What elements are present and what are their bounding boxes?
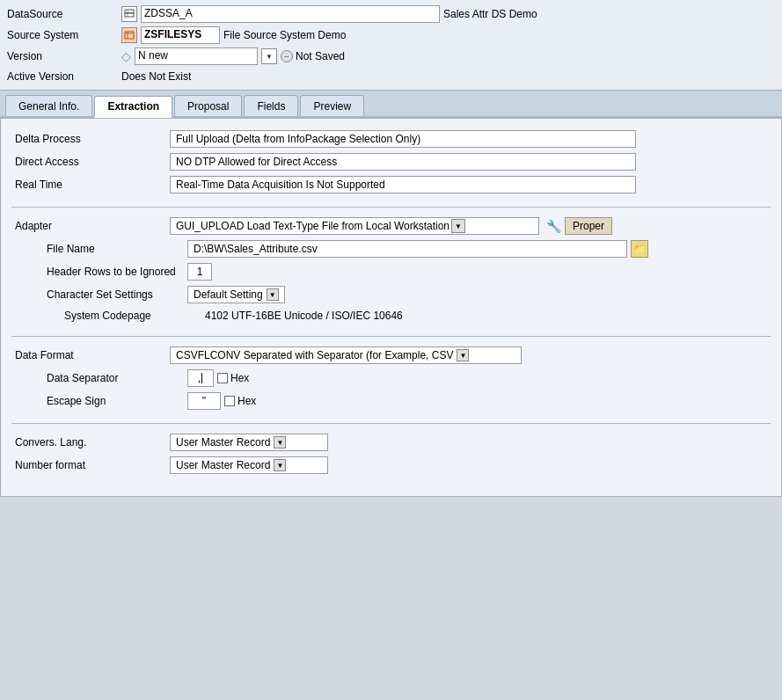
data-separator-row: Data Separator , Hex (29, 367, 771, 390)
separator-3 (11, 423, 771, 424)
adapter-section: Adapter GUI_UPLOAD Load Text-Type File f… (11, 215, 771, 325)
convers-lang-row: Convers. Lang. User Master Record ▼ (11, 431, 771, 454)
delta-section: Delta Process Full Upload (Delta from In… (11, 128, 771, 196)
source-system-description: File Source System Demo (223, 29, 346, 41)
active-version-value-group: Does Not Exist (121, 70, 191, 83)
separator-2 (11, 336, 771, 337)
datasource-value-group: ZDSSA_A Sales Attr DS Demo (121, 5, 537, 23)
version-row: Version ◇ N new ▼ − Not Saved (7, 46, 775, 67)
svg-rect-1 (125, 13, 134, 17)
data-separator-hex-checkbox[interactable] (217, 373, 228, 383)
datasource-icon[interactable] (121, 6, 137, 22)
direct-access-value-group: NO DTP Allowed for Direct Access (170, 153, 771, 171)
source-system-row: Source System ZSFILESYS File Source Syst… (7, 25, 775, 46)
adapter-value-group: GUI_UPLOAD Load Text-Type File from Loca… (170, 217, 771, 235)
convers-lang-dropdown[interactable]: User Master Record ▼ (170, 434, 328, 451)
delta-process-label: Delta Process (11, 133, 170, 145)
data-format-label: Data Format (11, 349, 170, 361)
header-rows-input[interactable]: 1 (187, 263, 212, 281)
cursor-bar (201, 373, 202, 383)
file-browse-icon[interactable]: 📁 (631, 240, 648, 258)
datasource-label: DataSource (7, 8, 121, 20)
file-name-label: File Name (29, 243, 187, 255)
file-name-value-group: D:\BW\Sales_Attribute.csv 📁 (187, 240, 771, 258)
escape-sign-row: Escape Sign " Hex (29, 390, 771, 412)
separator-1 (11, 207, 771, 208)
active-version-value: Does Not Exist (121, 70, 191, 83)
escape-sign-input[interactable]: " (187, 392, 221, 410)
header-rows-row: Header Rows to be Ignored 1 (29, 260, 771, 283)
data-separator-label: Data Separator (29, 372, 187, 384)
datasource-description: Sales Attr DS Demo (443, 8, 537, 20)
number-format-dropdown[interactable]: User Master Record ▼ (170, 456, 328, 474)
content-area: Delta Process Full Upload (Delta from In… (0, 118, 782, 497)
escape-sign-label: Escape Sign (29, 395, 187, 407)
data-format-value-group: CSVFLCONV Separated with Separator (for … (170, 346, 771, 364)
adapter-value: GUI_UPLOAD Load Text-Type File from Loca… (170, 217, 539, 235)
source-system-value-group: ZSFILESYS File Source System Demo (121, 26, 346, 44)
header-section: DataSource ZDSSA_A Sales Attr DS Demo So… (0, 0, 782, 91)
charset-dropdown-icon[interactable]: ▼ (267, 288, 279, 301)
version-diamond-icon: ◇ (121, 49, 131, 63)
source-system-input[interactable]: ZSFILESYS (141, 26, 220, 44)
charset-dropdown[interactable]: Default Setting ▼ (187, 286, 285, 303)
number-format-value-group: User Master Record ▼ (170, 456, 771, 474)
escape-sign-value-group: " Hex (187, 392, 771, 410)
delta-process-value: Full Upload (Delta from InfoPackage Sele… (170, 130, 636, 148)
charset-label: Character Set Settings (29, 288, 187, 301)
direct-access-row: Direct Access NO DTP Allowed for Direct … (11, 150, 771, 173)
header-rows-value-group: 1 (187, 263, 771, 281)
data-separator-hex-group: Hex (217, 372, 249, 384)
file-name-input[interactable]: D:\BW\Sales_Attribute.csv (187, 240, 627, 258)
data-format-row: Data Format CSVFLCONV Separated with Sep… (11, 344, 771, 367)
real-time-value: Real-Time Data Acquisition Is Not Suppor… (170, 176, 636, 193)
not-saved-text: Not Saved (296, 50, 345, 62)
data-format-section: Data Format CSVFLCONV Separated with Sep… (11, 344, 771, 412)
number-format-label: Number format (11, 459, 170, 471)
real-time-label: Real Time (11, 179, 170, 191)
real-time-value-group: Real-Time Data Acquisition Is Not Suppor… (170, 176, 771, 193)
svg-rect-3 (125, 32, 134, 39)
svg-rect-0 (125, 10, 134, 13)
tab-fields[interactable]: Fields (244, 95, 298, 116)
convers-lang-dropdown-icon[interactable]: ▼ (274, 436, 286, 448)
active-version-row: Active Version Does Not Exist (7, 67, 775, 86)
version-dropdown-icon[interactable]: ▼ (261, 48, 277, 64)
version-value-group: ◇ N new ▼ − Not Saved (121, 47, 345, 65)
version-input[interactable]: N new (135, 47, 258, 65)
wrench-icon[interactable]: 🔧 (546, 219, 561, 233)
number-format-dropdown-icon[interactable]: ▼ (274, 459, 286, 471)
source-system-icon[interactable] (121, 27, 137, 43)
active-version-label: Active Version (7, 70, 121, 83)
real-time-row: Real Time Real-Time Data Acquisition Is … (11, 173, 771, 196)
convers-lang-label: Convers. Lang. (11, 436, 170, 448)
tabs-bar: General Info. Extraction Proposal Fields… (0, 91, 782, 118)
codepage-row: System Codepage 4102 UTF-16BE Unicode / … (47, 306, 771, 325)
tab-extraction[interactable]: Extraction (94, 96, 172, 118)
not-saved-icon: − (281, 50, 293, 62)
delta-process-row: Delta Process Full Upload (Delta from In… (11, 128, 771, 150)
data-separator-hex-label: Hex (230, 372, 249, 384)
file-name-row: File Name D:\BW\Sales_Attribute.csv 📁 (29, 237, 771, 260)
datasource-row: DataSource ZDSSA_A Sales Attr DS Demo (7, 4, 775, 25)
data-format-dropdown[interactable]: CSVFLCONV Separated with Separator (for … (170, 346, 522, 364)
codepage-label: System Codepage (47, 310, 205, 322)
tab-preview[interactable]: Preview (300, 95, 364, 116)
data-format-dropdown-icon[interactable]: ▼ (457, 349, 469, 361)
delta-process-value-group: Full Upload (Delta from InfoPackage Sele… (170, 130, 771, 148)
tab-general-info[interactable]: General Info. (5, 95, 92, 116)
data-separator-input[interactable]: , (187, 369, 214, 387)
datasource-input[interactable]: ZDSSA_A (141, 5, 440, 23)
direct-access-label: Direct Access (11, 156, 170, 168)
properties-button[interactable]: Proper (565, 217, 612, 235)
adapter-row: Adapter GUI_UPLOAD Load Text-Type File f… (11, 215, 771, 237)
adapter-label: Adapter (11, 220, 170, 232)
header-rows-label: Header Rows to be Ignored (29, 266, 187, 278)
number-format-row: Number format User Master Record ▼ (11, 454, 771, 477)
data-separator-value-group: , Hex (187, 369, 771, 387)
escape-sign-hex-checkbox[interactable] (224, 396, 235, 406)
not-saved-badge: − Not Saved (281, 50, 345, 62)
tab-proposal[interactable]: Proposal (174, 95, 242, 116)
lang-format-section: Convers. Lang. User Master Record ▼ Numb… (11, 431, 771, 477)
adapter-dropdown-icon[interactable]: ▼ (451, 219, 465, 233)
